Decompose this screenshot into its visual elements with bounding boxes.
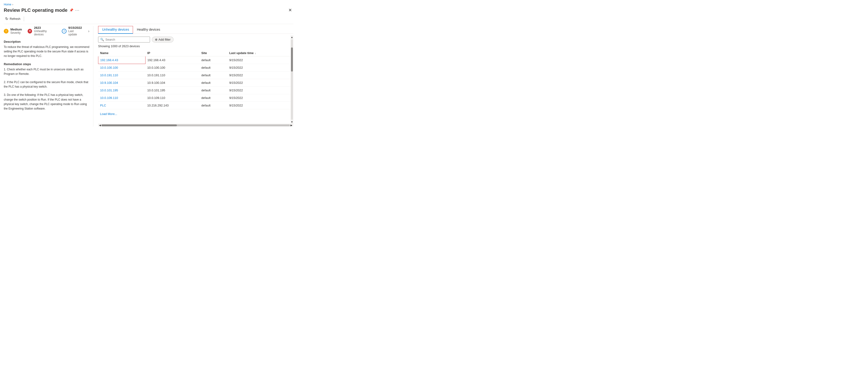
remediation-step3: 3. Do one of the following: If the PLC h… bbox=[4, 93, 89, 111]
device-name-link[interactable]: 10.9.100.104 bbox=[100, 81, 118, 85]
table-row: 10.0.101.19510.0.101.195default9/15/2022 bbox=[98, 87, 293, 94]
cell-last-update: 9/15/2022 bbox=[227, 64, 293, 72]
cell-ip: 10.216.292.143 bbox=[146, 102, 199, 109]
last-update-value: 9/15/2022 bbox=[68, 26, 83, 29]
cell-last-update: 9/15/2022 bbox=[227, 87, 293, 94]
remediation-step1: 1. Check whether each PLC must be in uns… bbox=[4, 67, 89, 76]
tab-healthy[interactable]: Healthy devices bbox=[133, 26, 164, 34]
table-row: 10.9.100.10410.9.100.104default9/15/2022 bbox=[98, 79, 293, 87]
tabs-row: Unhealthy devices Healthy devices bbox=[98, 26, 293, 34]
sort-desc-icon: ↓ bbox=[255, 52, 256, 55]
scrollbar-thumb[interactable] bbox=[101, 124, 177, 126]
table-row: 10.0.100.10010.0.100.100default9/15/2022 bbox=[98, 64, 293, 72]
showing-text: Showing 1000 of 2623 devices bbox=[98, 45, 293, 48]
breadcrumb: Home › bbox=[4, 3, 293, 6]
cell-name: 10.0.191.110 bbox=[98, 72, 146, 79]
device-name-link[interactable]: 10.0.191.110 bbox=[100, 74, 118, 77]
toolbar: ↻ Refresh bbox=[4, 16, 293, 24]
v-scrollbar-track[interactable] bbox=[291, 39, 293, 120]
unhealthy-label: Unhealthy devices bbox=[34, 29, 56, 36]
scrollbar-track[interactable] bbox=[101, 124, 290, 126]
scroll-left-arrow[interactable]: ◀ bbox=[99, 124, 101, 126]
page-title: Review PLC operating mode bbox=[4, 7, 67, 13]
table-row: 10.0.109.11010.0.109.110default9/15/2022 bbox=[98, 94, 293, 102]
left-panel: ! Medium Severity ✕ 2623 Unhealthy devic… bbox=[4, 26, 93, 126]
last-update-info: 9/15/2022 Last update bbox=[68, 26, 83, 36]
col-ip: IP bbox=[146, 50, 199, 56]
cell-site: default bbox=[199, 102, 227, 109]
add-filter-button[interactable]: ⊕ Add filter bbox=[152, 36, 174, 42]
cell-site: default bbox=[199, 72, 227, 79]
horizontal-scrollbar[interactable]: ◀ ▶ bbox=[98, 124, 293, 126]
col-site: Site bbox=[199, 50, 227, 56]
table-container[interactable]: Name IP Site Last update time bbox=[98, 50, 293, 123]
unhealthy-value: 2623 bbox=[34, 26, 56, 29]
clock-icon: ⏱ bbox=[62, 29, 66, 33]
cell-last-update: 9/15/2022 bbox=[227, 56, 293, 64]
device-name-link[interactable]: 10.0.100.100 bbox=[100, 66, 118, 69]
vertical-scrollbar[interactable]: ▲ ▼ bbox=[290, 35, 293, 124]
devices-table: Name IP Site Last update time bbox=[98, 50, 293, 109]
device-name-link[interactable]: PLC bbox=[100, 104, 106, 107]
cell-site: default bbox=[199, 56, 227, 64]
breadcrumb-home[interactable]: Home bbox=[4, 3, 11, 6]
main-content: ! Medium Severity ✕ 2623 Unhealthy devic… bbox=[4, 26, 293, 126]
unhealthy-icon: ✕ bbox=[28, 29, 32, 33]
page-title-row: Review PLC operating mode 📌 ··· ✕ bbox=[4, 7, 293, 13]
more-icon[interactable]: ··· bbox=[75, 8, 80, 13]
device-name-link[interactable]: 10.0.101.195 bbox=[100, 88, 118, 92]
refresh-icon: ↻ bbox=[5, 17, 8, 21]
remediation-step2: 2. If the PLC can be configured to the s… bbox=[4, 80, 89, 89]
refresh-label: Refresh bbox=[10, 17, 21, 21]
cell-last-update: 9/15/2022 bbox=[227, 72, 293, 79]
device-name-link[interactable]: 192.168.4.43 bbox=[100, 58, 118, 62]
description-title: Description bbox=[4, 40, 89, 44]
cell-name: PLC bbox=[98, 102, 146, 109]
refresh-button[interactable]: ↻ Refresh bbox=[4, 16, 22, 22]
cell-ip: 10.9.100.104 bbox=[146, 79, 199, 87]
search-icon: 🔍 bbox=[100, 38, 104, 41]
metrics-row: ! Medium Severity ✕ 2623 Unhealthy devic… bbox=[4, 26, 89, 36]
last-update-label: Last update bbox=[68, 29, 83, 36]
pin-icon[interactable]: 📌 bbox=[69, 8, 73, 12]
col-name: Name bbox=[98, 50, 146, 56]
cell-last-update: 9/15/2022 bbox=[227, 79, 293, 87]
v-scrollbar-thumb[interactable] bbox=[291, 48, 293, 72]
add-filter-label: Add filter bbox=[158, 38, 170, 41]
cell-name: 10.9.100.104 bbox=[98, 79, 146, 87]
right-panel-wrapper: Unhealthy devices Healthy devices 🔍 ⊕ Ad… bbox=[93, 26, 293, 126]
search-input[interactable] bbox=[105, 38, 148, 41]
cell-name: 10.0.100.100 bbox=[98, 64, 146, 72]
close-button[interactable]: ✕ bbox=[287, 7, 293, 13]
cell-site: default bbox=[199, 64, 227, 72]
cell-last-update: 9/15/2022 bbox=[227, 94, 293, 102]
unhealthy-metric: ✕ 2623 Unhealthy devices bbox=[28, 26, 56, 36]
remediation-section: Remediation steps 1. Check whether each … bbox=[4, 62, 89, 111]
right-panel: Unhealthy devices Healthy devices 🔍 ⊕ Ad… bbox=[93, 26, 293, 126]
remediation-title: Remediation steps bbox=[4, 62, 89, 66]
tab-unhealthy[interactable]: Unhealthy devices bbox=[98, 26, 133, 34]
description-section: Description To reduce the threat of mali… bbox=[4, 40, 89, 59]
cell-site: default bbox=[199, 87, 227, 94]
cell-name: 10.0.101.195 bbox=[98, 87, 146, 94]
table-body: 192.168.4.43192.168.4.43default9/15/2022… bbox=[98, 56, 293, 109]
device-name-link[interactable]: 10.0.109.110 bbox=[100, 96, 118, 100]
last-update-metric: ⏱ 9/15/2022 Last update bbox=[62, 26, 82, 36]
unhealthy-icon-symbol: ✕ bbox=[29, 29, 31, 33]
cell-ip: 192.168.4.43 bbox=[146, 56, 199, 64]
page-container: Home › Review PLC operating mode 📌 ··· ✕… bbox=[0, 0, 297, 126]
scroll-up-arrow[interactable]: ▲ bbox=[290, 35, 293, 39]
severity-label: Severity bbox=[10, 31, 22, 34]
col-last-update[interactable]: Last update time ↓ bbox=[227, 50, 293, 56]
filter-row: 🔍 ⊕ Add filter bbox=[98, 36, 293, 42]
unhealthy-info: 2623 Unhealthy devices bbox=[34, 26, 56, 36]
load-more-link[interactable]: Load More... bbox=[100, 110, 117, 118]
cell-site: default bbox=[199, 79, 227, 87]
scroll-right-arrow[interactable]: ▶ bbox=[290, 124, 293, 126]
cell-ip: 10.0.109.110 bbox=[146, 94, 199, 102]
scroll-down-arrow[interactable]: ▼ bbox=[290, 120, 293, 124]
chevron-right-icon[interactable]: › bbox=[88, 29, 89, 33]
severity-metric: ! Medium Severity bbox=[4, 28, 22, 34]
cell-name: 192.168.4.43 bbox=[98, 56, 146, 64]
cell-last-update: 9/15/2022 bbox=[227, 102, 293, 109]
